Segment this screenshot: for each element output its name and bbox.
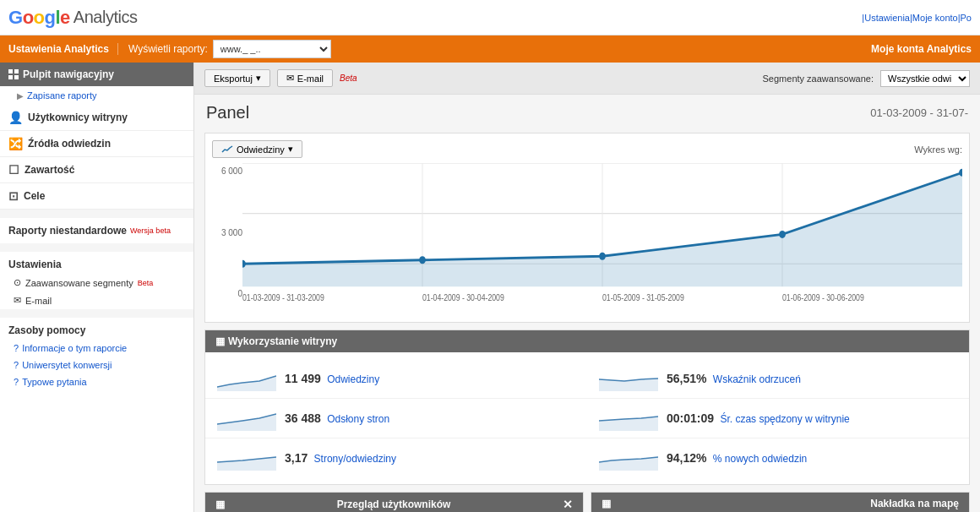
advanced-segments-badge: Beta: [138, 279, 154, 287]
sidebar-users-label: Użytkownicy witryny: [28, 112, 128, 123]
main-content: Eksportuj ▾ ✉ E-mail Beta Segmenty zaawa…: [194, 63, 980, 512]
chevron-down-icon: ▾: [256, 73, 261, 84]
top-bar: Google Analytics |Ustawienia|Moje konto|…: [0, 0, 980, 35]
stat-row-time: 00:01:09 Śr. czas spędzony w witrynie: [587, 399, 969, 438]
pageviews-label[interactable]: Odsłony stron: [327, 413, 389, 425]
advanced-segments-item[interactable]: ⊙ Zaawansowane segmenty Beta: [0, 274, 193, 291]
custom-reports-badge: Wersja beta: [130, 226, 171, 235]
sparkline-pageviews: [217, 406, 276, 431]
stat-bounce: 56,51% Wskaźnik odrzuceń: [667, 372, 801, 385]
beta-label: Beta: [340, 74, 357, 83]
panel-title: Panel: [206, 103, 249, 123]
bounce-value: 56,51%: [667, 372, 706, 385]
settings-section-label: Ustawienia: [0, 252, 193, 274]
sidebar-traffic-label: Źródła odwiedzin: [28, 138, 111, 150]
email-settings-label: E-mail: [25, 296, 52, 306]
analytics-settings-nav[interactable]: Ustawienia Analytics: [8, 43, 118, 55]
sparkline-bounce: [599, 366, 658, 391]
email-icon: ✉: [14, 295, 21, 306]
segments-dropdown[interactable]: Wszystkie odwi: [880, 70, 970, 87]
export-label: Eksportuj: [214, 74, 253, 84]
sidebar-goals-label: Cele: [24, 190, 45, 202]
help-item-2[interactable]: ? Uniwersytet konwersji: [0, 357, 193, 373]
stat-row-pageviews: 36 488 Odsłony stron: [205, 399, 587, 438]
advanced-segments-label: Zaawansowane segmenty: [25, 278, 133, 288]
sidebar-content-label: Zawartość: [24, 164, 74, 176]
dashboard-label: Pulpit nawigacyjny: [23, 68, 114, 80]
time-value: 00:01:09: [667, 411, 714, 425]
metric-button[interactable]: Odwiedziny ▾: [212, 140, 302, 158]
export-button[interactable]: Eksportuj ▾: [204, 69, 270, 87]
new-value: 94,12%: [667, 451, 706, 465]
time-label[interactable]: Śr. czas spędzony w witrynie: [720, 413, 849, 425]
map-overlay-header: ▦ Nakładka na mapę: [591, 493, 969, 512]
settings-link[interactable]: Ustawienia: [864, 13, 910, 23]
custom-reports-header[interactable]: Raporty niestandardowe Wersja beta: [0, 218, 193, 243]
saved-reports-item[interactable]: ▶ Zapisane raporty: [0, 86, 193, 105]
visits-value: 11 499: [285, 372, 321, 385]
bounce-label[interactable]: Wskaźnik odrzuceń: [713, 373, 801, 385]
user-icon: 👤: [8, 111, 23, 124]
help-item-3[interactable]: ? Typowe pytania: [0, 373, 193, 390]
metric-dropdown-icon: ▾: [288, 144, 293, 155]
y-axis: 6 000 3 000 0: [212, 166, 242, 298]
chart-point-3: [599, 253, 606, 260]
my-account-link[interactable]: Moje konto: [912, 13, 958, 23]
chart-container: Odwiedziny ▾ Wykres wg: 6 000 3 000 0: [204, 133, 970, 323]
saved-reports-label: Zapisane raporty: [27, 90, 97, 101]
chart-type-label: Wykres wg:: [914, 144, 962, 155]
help-label-1: Informacje o tym raporcie: [22, 343, 127, 353]
ppv-label[interactable]: Strony/odwiedziny: [314, 453, 396, 465]
x-label-1: 01-03-2009 - 31-03-2009: [242, 292, 324, 302]
display-reports-label: Wyświetli raporty:: [128, 43, 208, 55]
sidebar-item-goals[interactable]: ⊡ Cele: [0, 183, 193, 210]
logo-google: Google: [8, 7, 70, 29]
help-label-2: Uniwersytet konwersji: [22, 360, 112, 370]
stats-grid: 11 499 Odwiedziny 36 488 Odsłony stron: [205, 352, 969, 484]
help-section-label: Zasoby pomocy: [0, 318, 193, 340]
stat-new: 94,12% % nowych odwiedzin: [667, 451, 807, 465]
new-label[interactable]: % nowych odwiedzin: [713, 453, 807, 465]
sidebar-item-traffic[interactable]: 🔀 Źródła odwiedzin: [0, 131, 193, 157]
chart-wrapper: 6 000 3 000 0: [212, 163, 962, 315]
pageviews-value: 36 488: [285, 411, 321, 425]
stats-header-label: Wykorzystanie witryny: [228, 335, 337, 347]
chart-metric-icon: [221, 145, 233, 154]
po-link[interactable]: Po: [961, 13, 972, 23]
sparkline-new: [599, 445, 658, 471]
logo-analytics: Analytics: [74, 8, 138, 27]
map-overlay-icon: ▦: [602, 498, 611, 509]
stat-row-visits: 11 499 Odwiedziny: [205, 359, 587, 399]
sidebar-item-content[interactable]: ☐ Zawartość: [0, 157, 193, 183]
orange-nav-bar: Ustawienia Analytics Wyświetli raporty: …: [0, 35, 980, 63]
visits-label[interactable]: Odwiedziny: [327, 373, 379, 385]
segments-label: Segmenty zaawansowane:: [763, 74, 874, 84]
email-button[interactable]: ✉ E-mail: [277, 69, 333, 87]
stat-row-bounce: 56,51% Wskaźnik odrzuceń: [587, 359, 969, 399]
y-label-top: 6 000: [212, 166, 242, 176]
map-overlay-panel: ▦ Nakładka na mapę: [591, 492, 970, 512]
help-item-1[interactable]: ? Informacje o tym raporcie: [0, 340, 193, 357]
stats-left-col: 11 499 Odwiedziny 36 488 Odsłony stron: [205, 359, 587, 477]
help-icon-1: ?: [14, 343, 19, 353]
sidebar-dashboard-header[interactable]: Pulpit nawigacyjny: [0, 63, 193, 86]
stat-visits: 11 499 Odwiedziny: [285, 372, 379, 385]
panel-date: 01-03-2009 - 31-07-: [870, 106, 968, 119]
sparkline-ppv: [217, 445, 276, 471]
sidebar-divider-2: [0, 243, 193, 252]
grid-icon: [8, 69, 19, 79]
email-settings-item[interactable]: ✉ E-mail: [0, 291, 193, 309]
arrow-right-icon: ▶: [17, 91, 24, 101]
chart-point-4: [779, 231, 786, 238]
stats-right-col: 56,51% Wskaźnik odrzuceń 00:01:09 Śr. cz…: [587, 359, 969, 477]
users-overview-title: Przegląd użytkowników: [337, 498, 451, 510]
reports-dropdown[interactable]: www._ _..: [213, 40, 331, 58]
chart-svg: 01-03-2009 - 31-03-2009 01-04-2009 - 30-…: [242, 163, 962, 315]
svg-marker-8: [217, 457, 276, 471]
users-overview-close[interactable]: ✕: [563, 498, 573, 511]
bottom-panels: ▦ Przegląd użytkowników ✕ 6 000: [204, 492, 970, 512]
stat-pageviews: 36 488 Odsłony stron: [285, 411, 389, 425]
my-analytics-title: Moje konta Analytics: [871, 43, 972, 55]
custom-reports-label: Raporty niestandardowe: [8, 225, 127, 237]
sidebar-item-users[interactable]: 👤 Użytkownicy witryny: [0, 105, 193, 131]
